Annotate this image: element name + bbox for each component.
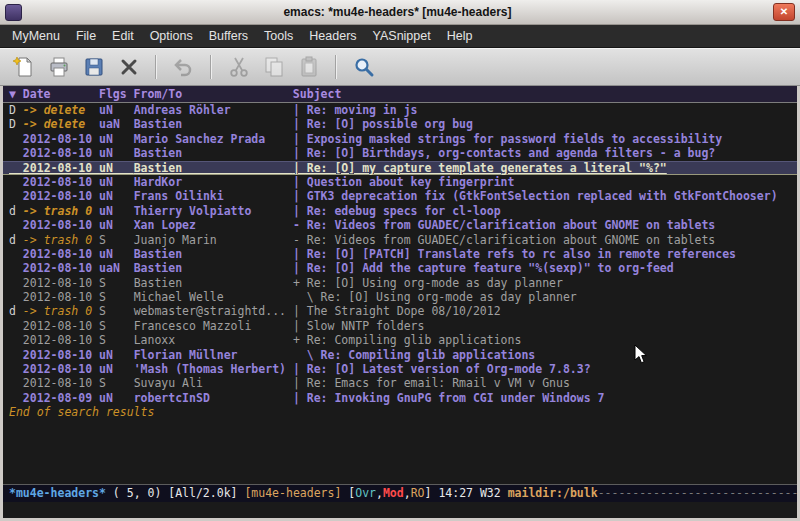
modeline-segment: RO bbox=[411, 486, 425, 500]
undo-icon bbox=[172, 55, 196, 79]
message-row[interactable]: 2012-08-10 uN Xan Lopez - Re: Videos fro… bbox=[3, 218, 797, 232]
from-column: Juanjo Marin bbox=[134, 233, 293, 247]
from-column: Andreas Röhler bbox=[134, 103, 293, 117]
toolbar-separator bbox=[155, 55, 157, 79]
title-bar[interactable]: emacs: *mu4e-headers* [mu4e-headers] ✕ bbox=[0, 0, 800, 25]
subject-column: | Re: Emacs for email: Rmail v VM v Gnus bbox=[293, 376, 570, 390]
message-row[interactable]: 2012-08-10 uaN Bastien | Re: [O] Add the… bbox=[3, 261, 797, 275]
window-menu-icon[interactable] bbox=[5, 4, 22, 21]
from-column: robertcInSD bbox=[134, 391, 293, 405]
save-button[interactable] bbox=[78, 53, 109, 82]
headers-column-header: ▼ Date Flgs From/To Subject bbox=[3, 86, 797, 103]
flags-column: uN bbox=[99, 161, 134, 175]
emacs-frame: ▼ Date Flgs From/To Subject D -> delete … bbox=[3, 86, 797, 518]
date-column: 2012-08-10 bbox=[23, 276, 99, 290]
modeline-segment: [mu4e-headers] bbox=[244, 486, 348, 500]
message-row[interactable]: 2012-08-10 S Bastien + Re: [O] Using org… bbox=[3, 276, 797, 290]
message-row[interactable]: 2012-08-10 uN Bastien | Re: [O] my captu… bbox=[3, 161, 797, 175]
date-column: 2012-08-10 bbox=[23, 132, 99, 146]
message-row[interactable]: d -> trash 0 S webmaster@straightd... | … bbox=[3, 304, 797, 318]
menu-tools[interactable]: Tools bbox=[256, 26, 301, 46]
toolbar-separator bbox=[335, 55, 337, 79]
message-row[interactable]: d -> trash 0 S Juanjo Marin - Re: Videos… bbox=[3, 233, 797, 247]
subject-column: | Exposing masked strings for password f… bbox=[293, 132, 722, 146]
flags-column: uN bbox=[99, 348, 134, 362]
date-column: 2012-08-10 bbox=[23, 333, 99, 347]
subject-column: | Re: [O] Birthdays, org-contacts and ag… bbox=[293, 146, 715, 160]
mark-column bbox=[9, 290, 23, 304]
menu-help[interactable]: Help bbox=[439, 26, 481, 46]
flags-column: uN bbox=[99, 391, 134, 405]
from-column: Francesco Mazzoli bbox=[134, 319, 293, 333]
from-column: Lanoxx bbox=[134, 333, 293, 347]
menu-file[interactable]: File bbox=[68, 26, 104, 46]
subject-column: + Re: Compiling glib applications bbox=[293, 333, 521, 347]
subject-column: | Re: edebug specs for cl-loop bbox=[293, 204, 501, 218]
modeline-segment: ( 5, 0) bbox=[106, 486, 168, 500]
subject-column: | Re: Invoking GnuPG from CGI under Wind… bbox=[293, 391, 605, 405]
toolbar-separator bbox=[210, 55, 212, 79]
mark-column bbox=[9, 247, 23, 261]
search-icon bbox=[352, 55, 376, 79]
date-column: -> trash 0 bbox=[23, 304, 99, 318]
message-row[interactable]: 2012-08-10 uN Florian Müllner \ Re: Comp… bbox=[3, 348, 797, 362]
mark-column: d bbox=[9, 233, 23, 247]
date-column: 2012-08-10 bbox=[23, 376, 99, 390]
subject-column: | Re: [O] my capture template generates … bbox=[293, 161, 667, 175]
subject-column: - Re: Videos from GUADEC/clarification a… bbox=[293, 218, 715, 232]
date-column: 2012-08-10 bbox=[23, 175, 99, 189]
menu-edit[interactable]: Edit bbox=[104, 26, 142, 46]
message-row[interactable]: 2012-08-10 uN HardKor | Question about k… bbox=[3, 175, 797, 189]
close-icon bbox=[117, 55, 141, 79]
from-column: Bastien bbox=[134, 247, 293, 261]
close-button[interactable] bbox=[113, 53, 144, 82]
new-file-button[interactable] bbox=[8, 53, 39, 82]
menu-mymenu[interactable]: MyMenu bbox=[4, 26, 68, 46]
window-close-button[interactable]: ✕ bbox=[773, 3, 795, 21]
flags-column: uN bbox=[99, 204, 134, 218]
message-row[interactable]: D -> delete uaN Bastien | Re: [O] possib… bbox=[3, 117, 797, 131]
flags-column: S bbox=[99, 233, 134, 247]
flags-column: uN bbox=[99, 362, 134, 376]
subject-column: \ Re: [O] Using org-mode as day planner bbox=[293, 290, 577, 304]
end-of-results-message: End of search results bbox=[3, 405, 797, 419]
message-row[interactable]: 2012-08-10 uN Mario Sanchez Prada | Expo… bbox=[3, 132, 797, 146]
message-row[interactable]: D -> delete uN Andreas Röhler | Re: movi… bbox=[3, 103, 797, 117]
menu-yasnippet[interactable]: YASnippet bbox=[365, 26, 439, 46]
print-icon bbox=[47, 55, 71, 79]
print-button[interactable] bbox=[43, 53, 74, 82]
from-column: Bastien bbox=[134, 161, 293, 175]
message-row[interactable]: d -> trash 0 uN Thierry Volpiatto | Re: … bbox=[3, 204, 797, 218]
date-column: 2012-08-10 bbox=[23, 218, 99, 232]
date-column: 2012-08-10 bbox=[23, 247, 99, 261]
from-column: Suvayu Ali bbox=[134, 376, 293, 390]
message-row[interactable]: 2012-08-10 S Suvayu Ali | Re: Emacs for … bbox=[3, 376, 797, 390]
menu-headers[interactable]: Headers bbox=[301, 26, 364, 46]
date-column: 2012-08-10 bbox=[23, 189, 99, 203]
date-column: 2012-08-10 bbox=[23, 161, 99, 175]
message-row[interactable]: 2012-08-10 S Francesco Mazzoli | Slow NN… bbox=[3, 319, 797, 333]
mark-column bbox=[9, 132, 23, 146]
from-column: webmaster@straightd... bbox=[134, 304, 293, 318]
modeline-segment: , bbox=[376, 486, 383, 500]
message-row[interactable]: 2012-08-10 S Michael Welle \ Re: [O] Usi… bbox=[3, 290, 797, 304]
flags-column: uaN bbox=[99, 261, 134, 275]
message-row[interactable]: 2012-08-09 uN robertcInSD | Re: Invoking… bbox=[3, 391, 797, 405]
message-row[interactable]: 2012-08-10 uN 'Mash (Thomas Herbert) | R… bbox=[3, 362, 797, 376]
message-row[interactable]: 2012-08-10 uN Bastien | Re: [O] Birthday… bbox=[3, 146, 797, 160]
message-row[interactable]: 2012-08-10 uN Bastien | Re: [O] [PATCH] … bbox=[3, 247, 797, 261]
cut-icon bbox=[227, 55, 251, 79]
message-row[interactable]: 2012-08-10 S Lanoxx + Re: Compiling glib… bbox=[3, 333, 797, 347]
menu-options[interactable]: Options bbox=[142, 26, 201, 46]
menu-buffers[interactable]: Buffers bbox=[201, 26, 256, 46]
date-column: -> trash 0 bbox=[23, 233, 99, 247]
date-column: 2012-08-10 bbox=[23, 261, 99, 275]
search-button[interactable] bbox=[348, 53, 379, 82]
flags-column: uN bbox=[99, 189, 134, 203]
flags-column: uN bbox=[99, 247, 134, 261]
date-column: -> delete bbox=[23, 117, 99, 131]
mark-column bbox=[9, 261, 23, 275]
modeline-segment: Ovr bbox=[355, 486, 376, 500]
echo-area[interactable] bbox=[3, 502, 797, 518]
message-row[interactable]: 2012-08-10 uN Frans Oilinki | GTK3 depre… bbox=[3, 189, 797, 203]
